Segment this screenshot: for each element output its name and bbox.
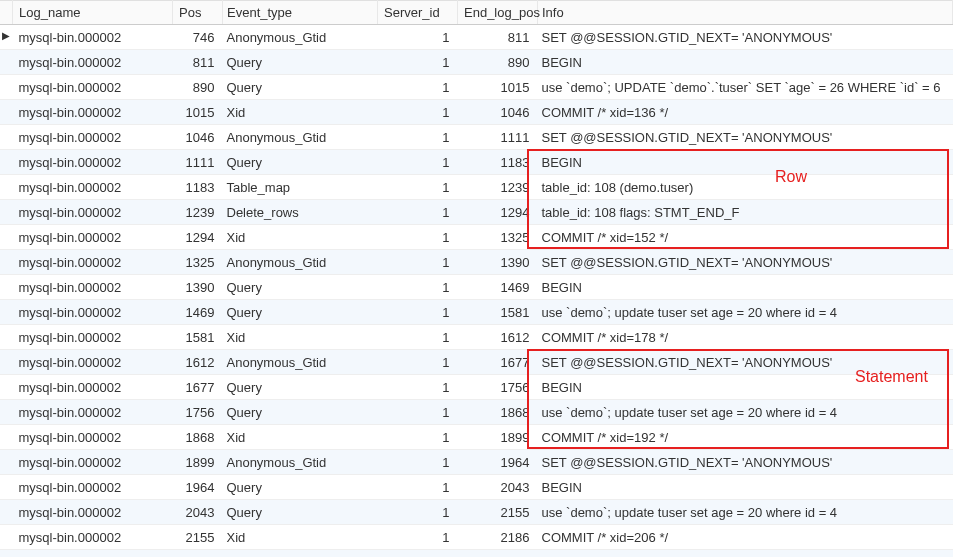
cell-endlogpos[interactable]: 1046 (458, 100, 538, 125)
cell-logname[interactable]: mysql-bin.000002 (13, 425, 173, 450)
cell-pos[interactable]: 1964 (173, 475, 223, 500)
cell-pos[interactable]: 1677 (173, 375, 223, 400)
cell-pos[interactable]: 1756 (173, 400, 223, 425)
cell-info[interactable]: COMMIT /* xid=206 */ (538, 525, 953, 550)
cell-eventtype[interactable]: Query (223, 475, 378, 500)
table-row[interactable]: mysql-bin.0000021294Xid11325COMMIT /* xi… (0, 225, 953, 250)
cell-serverid[interactable]: 1 (378, 75, 458, 100)
table-row[interactable]: mysql-bin.0000021015Xid11046COMMIT /* xi… (0, 100, 953, 125)
table-row[interactable]: mysql-bin.0000021964Query12043BEGIN (0, 475, 953, 500)
cell-serverid[interactable]: 1 (378, 325, 458, 350)
cell-serverid[interactable]: 1 (378, 100, 458, 125)
cell-eventtype[interactable]: Query (223, 500, 378, 525)
table-row[interactable]: mysql-bin.0000021325Anonymous_Gtid11390S… (0, 250, 953, 275)
cell-info[interactable]: COMMIT /* xid=192 */ (538, 425, 953, 450)
cell-eventtype[interactable]: Table_map (223, 175, 378, 200)
table-row[interactable]: mysql-bin.0000021239Delete_rows11294tabl… (0, 200, 953, 225)
cell-info[interactable]: BEGIN (538, 150, 953, 175)
cell-logname[interactable]: mysql-bin.000002 (13, 150, 173, 175)
column-header-endlogpos[interactable]: End_log_pos (458, 1, 538, 25)
table-row[interactable]: mysql-bin.0000021390Query11469BEGIN (0, 275, 953, 300)
cell-info[interactable]: use `demo`; update tuser set age = 20 wh… (538, 400, 953, 425)
cell-logname[interactable]: mysql-bin.000002 (13, 400, 173, 425)
table-row[interactable]: mysql-bin.0000021111Query11183BEGIN (0, 150, 953, 175)
cell-endlogpos[interactable]: 2043 (458, 475, 538, 500)
column-header-pos[interactable]: Pos (173, 1, 223, 25)
cell-pos[interactable]: 1046 (173, 125, 223, 150)
cell-serverid[interactable]: 1 (378, 25, 458, 50)
cell-endlogpos[interactable]: 1294 (458, 200, 538, 225)
cell-logname[interactable]: mysql-bin.000002 (13, 450, 173, 475)
cell-serverid[interactable]: 1 (378, 500, 458, 525)
cell-eventtype[interactable]: Anonymous_Gtid (223, 450, 378, 475)
table-row[interactable]: mysql-bin.0000021899Anonymous_Gtid11964S… (0, 450, 953, 475)
cell-eventtype[interactable]: Anonymous_Gtid (223, 25, 378, 50)
cell-logname[interactable]: mysql-bin.000002 (13, 525, 173, 550)
cell-eventtype[interactable]: Anonymous_Gtid (223, 350, 378, 375)
cell-logname[interactable]: mysql-bin.000002 (13, 475, 173, 500)
cell-endlogpos[interactable]: 811 (458, 25, 538, 50)
cell-logname[interactable]: mysql-bin.000002 (13, 275, 173, 300)
cell-info[interactable]: COMMIT /* xid=152 */ (538, 225, 953, 250)
cell-pos[interactable]: 1612 (173, 350, 223, 375)
cell-pos[interactable]: 1390 (173, 275, 223, 300)
cell-info[interactable]: use `demo`; update tuser set age = 20 wh… (538, 500, 953, 525)
cell-info[interactable]: BEGIN (538, 50, 953, 75)
cell-eventtype[interactable]: Query (223, 150, 378, 175)
cell-info[interactable]: BEGIN (538, 475, 953, 500)
table-row[interactable]: mysql-bin.000002746Anonymous_Gtid1811SET… (0, 25, 953, 50)
cell-pos[interactable]: 1015 (173, 100, 223, 125)
cell-eventtype[interactable]: Xid (223, 225, 378, 250)
cell-serverid[interactable]: 1 (378, 425, 458, 450)
cell-serverid[interactable]: 1 (378, 300, 458, 325)
cell-endlogpos[interactable]: 2251 (458, 550, 538, 558)
binlog-events-table[interactable]: Log_name Pos Event_type Server_id End_lo… (0, 0, 953, 557)
cell-logname[interactable]: mysql-bin.000002 (13, 350, 173, 375)
cell-info[interactable]: COMMIT /* xid=178 */ (538, 325, 953, 350)
cell-serverid[interactable]: 1 (378, 175, 458, 200)
cell-logname[interactable]: mysql-bin.000002 (13, 175, 173, 200)
cell-endlogpos[interactable]: 1612 (458, 325, 538, 350)
cell-logname[interactable]: mysql-bin.000002 (13, 125, 173, 150)
cell-logname[interactable]: mysql-bin.000002 (13, 250, 173, 275)
cell-serverid[interactable]: 1 (378, 375, 458, 400)
cell-serverid[interactable]: 1 (378, 225, 458, 250)
cell-logname[interactable]: mysql-bin.000002 (13, 200, 173, 225)
cell-pos[interactable]: 1183 (173, 175, 223, 200)
cell-info[interactable]: COMMIT /* xid=136 */ (538, 100, 953, 125)
cell-pos[interactable]: 890 (173, 75, 223, 100)
cell-endlogpos[interactable]: 1325 (458, 225, 538, 250)
cell-endlogpos[interactable]: 890 (458, 50, 538, 75)
table-row[interactable]: mysql-bin.0000022043Query12155use `demo`… (0, 500, 953, 525)
cell-endlogpos[interactable]: 1677 (458, 350, 538, 375)
cell-pos[interactable]: 2043 (173, 500, 223, 525)
cell-endlogpos[interactable]: 2186 (458, 525, 538, 550)
cell-endlogpos[interactable]: 1111 (458, 125, 538, 150)
cell-pos[interactable]: 746 (173, 25, 223, 50)
cell-eventtype[interactable]: Query (223, 400, 378, 425)
cell-serverid[interactable]: 1 (378, 50, 458, 75)
cell-pos[interactable]: 2155 (173, 525, 223, 550)
cell-endlogpos[interactable]: 1390 (458, 250, 538, 275)
cell-serverid[interactable]: 1 (378, 150, 458, 175)
cell-pos[interactable]: 1868 (173, 425, 223, 450)
cell-endlogpos[interactable]: 2155 (458, 500, 538, 525)
cell-info[interactable]: SET @@SESSION.GTID_NEXT= 'ANONYMOUS' (538, 550, 953, 558)
cell-serverid[interactable]: 1 (378, 250, 458, 275)
cell-info[interactable]: use `demo`; UPDATE `demo`.`tuser` SET `a… (538, 75, 953, 100)
column-header-serverid[interactable]: Server_id (378, 1, 458, 25)
cell-endlogpos[interactable]: 1015 (458, 75, 538, 100)
cell-logname[interactable]: mysql-bin.000002 (13, 75, 173, 100)
cell-endlogpos[interactable]: 1469 (458, 275, 538, 300)
cell-pos[interactable]: 2186 (173, 550, 223, 558)
cell-pos[interactable]: 1899 (173, 450, 223, 475)
cell-eventtype[interactable]: Query (223, 300, 378, 325)
cell-serverid[interactable]: 1 (378, 275, 458, 300)
cell-info[interactable]: SET @@SESSION.GTID_NEXT= 'ANONYMOUS' (538, 450, 953, 475)
cell-info[interactable]: table_id: 108 (demo.tuser) (538, 175, 953, 200)
cell-eventtype[interactable]: Anonymous_Gtid (223, 550, 378, 558)
cell-pos[interactable]: 1581 (173, 325, 223, 350)
cell-eventtype[interactable]: Query (223, 75, 378, 100)
cell-serverid[interactable]: 1 (378, 525, 458, 550)
cell-logname[interactable]: mysql-bin.000002 (13, 225, 173, 250)
